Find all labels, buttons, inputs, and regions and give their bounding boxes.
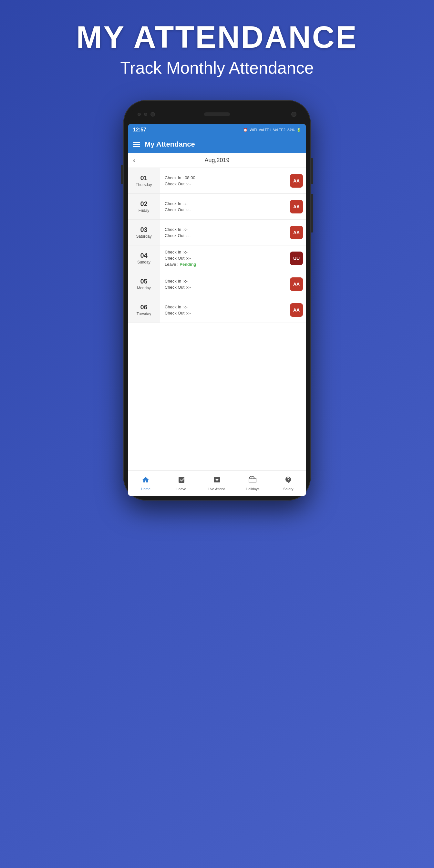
avatar: AA (290, 226, 303, 239)
battery-icon: 84% (287, 128, 294, 132)
hamburger-line-1 (133, 142, 140, 143)
check-in-label: Check In :-:- (165, 250, 282, 254)
page-main-title: MY ATTENDANCE (0, 20, 434, 55)
nav-item-home[interactable]: Home (128, 470, 163, 496)
table-row[interactable]: 05 Monday Check In :-:- Check Out :-:- A… (128, 271, 306, 297)
avatar-cell-04: UU (287, 245, 306, 271)
holidays-icon (249, 476, 256, 486)
table-row[interactable]: 01 Thursday Check In : 08:00 Check Out :… (128, 168, 306, 194)
date-day: Tuesday (136, 312, 151, 316)
battery-level-icon: 🔋 (297, 128, 301, 132)
notch-right-area (291, 112, 297, 117)
date-number: 04 (140, 252, 147, 259)
phone-screen: 12:57 ⏰ WiFi VoLTE1 VoLTE2 84% 🔋 My Atte (128, 124, 306, 496)
nav-item-leave[interactable]: Leave (163, 470, 199, 496)
attendance-detail-04: Check In :-:- Check Out :-:- Leave : Pen… (160, 245, 287, 271)
avatar-cell-02: AA (287, 194, 306, 219)
status-time: 12:57 (133, 127, 146, 133)
salary-label: Salary (283, 487, 293, 491)
nav-item-live-attend[interactable]: Live Attend. (199, 470, 235, 496)
leave-status-line: Leave : Pending (165, 262, 282, 267)
date-day: Thursday (135, 182, 152, 187)
check-out-label: Check Out :-:- (165, 182, 282, 186)
check-out-label: Check Out :-:- (165, 256, 282, 260)
camera-1 (137, 113, 141, 116)
date-cell-03: 03 Saturday (128, 220, 160, 245)
date-cell-02: 02 Friday (128, 194, 160, 219)
date-cell-06: 06 Tuesday (128, 297, 160, 322)
live-attend-label: Live Attend. (208, 487, 226, 491)
live-attend-icon (213, 476, 221, 486)
table-row[interactable]: 06 Tuesday Check In :-:- Check Out :-:- … (128, 297, 306, 323)
nav-item-holidays[interactable]: Holidays (235, 470, 270, 496)
check-out-label: Check Out :-:- (165, 311, 282, 315)
date-day: Friday (138, 208, 149, 213)
leave-label: Leave (177, 487, 186, 491)
leave-pending-badge: Pending (180, 262, 196, 267)
lte1-icon: VoLTE1 (259, 128, 271, 132)
avatar: AA (290, 277, 303, 291)
calendar-month-label: Aug,2019 (205, 157, 229, 164)
menu-button[interactable] (133, 142, 140, 147)
avatar-cell-01: AA (287, 168, 306, 193)
leave-label: Leave (165, 262, 176, 267)
avatar: AA (290, 174, 303, 188)
phone-device: 12:57 ⏰ WiFi VoLTE1 VoLTE2 84% 🔋 My Atte (123, 100, 311, 500)
avatar-cell-05: AA (287, 271, 306, 297)
date-number: 03 (140, 226, 147, 234)
hamburger-line-2 (133, 144, 140, 145)
check-out-label: Check Out :-:- (165, 285, 282, 290)
front-cameras (137, 112, 155, 117)
camera-2 (144, 113, 147, 116)
check-in-label: Check In :-:- (165, 227, 282, 232)
check-out-label: Check Out :-:- (165, 233, 282, 238)
table-row[interactable]: 02 Friday Check In :-:- Check Out :-:- A… (128, 194, 306, 220)
speaker (204, 113, 230, 116)
camera-3 (151, 112, 155, 117)
date-number: 02 (140, 200, 147, 208)
hamburger-line-3 (133, 146, 140, 147)
home-icon (142, 476, 150, 486)
calendar-navigation: ‹ Aug,2019 (128, 153, 306, 168)
date-day: Sunday (137, 260, 151, 265)
avatar: AA (290, 200, 303, 213)
salary-icon (284, 476, 292, 486)
date-day: Monday (137, 286, 151, 290)
attendance-detail-05: Check In :-:- Check Out :-:- (160, 271, 287, 297)
attendance-detail-06: Check In :-:- Check Out :-:- (160, 297, 287, 322)
avatar-cell-03: AA (287, 220, 306, 245)
calendar-back-button[interactable]: ‹ (133, 157, 135, 164)
power-button (311, 158, 313, 184)
nav-item-salary[interactable]: Salary (271, 470, 306, 496)
wifi-icon: WiFi (250, 128, 257, 132)
date-number: 05 (140, 278, 147, 285)
avatar-cell-06: AA (287, 297, 306, 322)
date-cell-01: 01 Thursday (128, 168, 160, 193)
attendance-detail-01: Check In : 08:00 Check Out :-:- (160, 168, 287, 193)
selfie-camera (291, 112, 297, 117)
date-cell-05: 05 Monday (128, 271, 160, 297)
check-in-label: Check In : 08:00 (165, 175, 282, 180)
volume-button (121, 165, 123, 184)
page-sub-title: Track Monthly Attendance (0, 58, 434, 78)
table-row[interactable]: 03 Saturday Check In :-:- Check Out :-:-… (128, 220, 306, 245)
attendance-detail-03: Check In :-:- Check Out :-:- (160, 220, 287, 245)
attendance-detail-02: Check In :-:- Check Out :-:- (160, 194, 287, 219)
date-number: 01 (140, 175, 147, 182)
avatar: UU (290, 252, 303, 265)
bottom-navigation: Home Leave Live (128, 470, 306, 496)
check-in-label: Check In :-:- (165, 279, 282, 283)
avatar: AA (290, 303, 303, 317)
status-icons: ⏰ WiFi VoLTE1 VoLTE2 84% 🔋 (243, 128, 301, 132)
volume-buttons (311, 194, 313, 232)
alarm-icon: ⏰ (243, 128, 248, 132)
table-row[interactable]: 04 Sunday Check In :-:- Check Out :-:- L… (128, 245, 306, 271)
date-cell-04: 04 Sunday (128, 245, 160, 271)
date-day: Saturday (136, 234, 151, 239)
lte2-icon: VoLTE2 (273, 128, 285, 132)
holidays-label: Holidays (246, 487, 259, 491)
app-title: My Attendance (145, 140, 195, 149)
leave-icon (178, 476, 185, 486)
check-out-label: Check Out :-:- (165, 207, 282, 212)
app-header: My Attendance (128, 135, 306, 153)
